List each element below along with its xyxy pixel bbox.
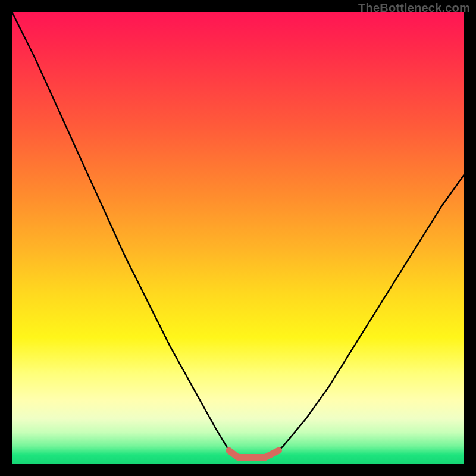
watermark-text: TheBottleneck.com bbox=[358, 1, 470, 15]
curve-svg bbox=[12, 12, 464, 464]
flat-bottom-highlight bbox=[229, 450, 279, 457]
plot-area bbox=[12, 12, 464, 464]
chart-frame: TheBottleneck.com bbox=[0, 0, 476, 476]
bottleneck-curve bbox=[12, 12, 464, 458]
